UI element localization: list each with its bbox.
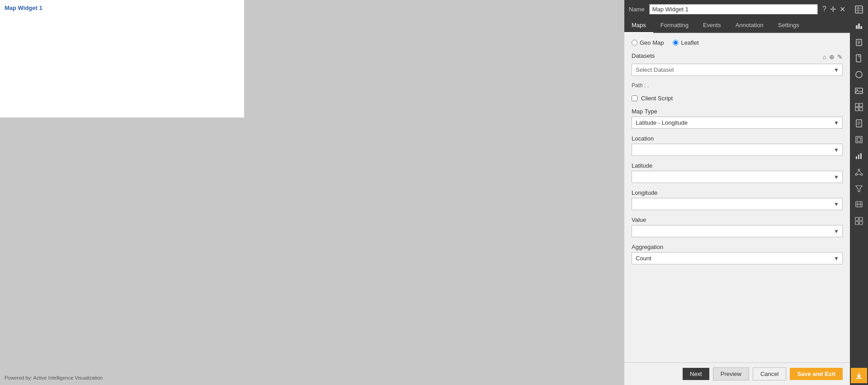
client-script-checkbox[interactable] — [632, 95, 637, 101]
panel-header-icons: ? ✛ ✕ — [822, 5, 845, 14]
map-type-label: Map Type — [632, 108, 843, 115]
svg-rect-11 — [856, 55, 861, 62]
longitude-label: Longitude — [632, 189, 843, 196]
svg-rect-27 — [860, 153, 862, 159]
svg-line-31 — [856, 171, 859, 174]
latitude-dropdown-wrap: ▼ — [632, 171, 843, 183]
widget-name-input[interactable] — [649, 4, 818, 14]
cancel-button[interactable]: Cancel — [753, 367, 786, 380]
sidebar-layers-icon[interactable] — [851, 132, 867, 147]
datasets-icons: ⌂ ⊕ ✎ — [823, 53, 843, 61]
geo-map-label: Geo Map — [640, 39, 664, 46]
longitude-select[interactable] — [632, 198, 843, 210]
datasets-header: Datasets ⌂ ⊕ ✎ — [632, 52, 843, 61]
right-sidebar — [850, 0, 868, 385]
aggregation-select[interactable]: Count Sum Average Min Max — [632, 252, 843, 264]
home-icon[interactable]: ⌂ — [823, 53, 826, 61]
svg-rect-37 — [859, 217, 863, 221]
sidebar-document-icon[interactable] — [851, 116, 867, 131]
dataset-dropdown-wrap: Select Dataset ▼ — [632, 64, 843, 76]
sidebar-page-icon[interactable] — [851, 51, 867, 66]
svg-rect-38 — [855, 221, 859, 225]
leaflet-option[interactable]: Leaflet — [673, 39, 698, 46]
svg-rect-39 — [859, 221, 863, 225]
name-label: Name — [629, 6, 645, 13]
widget-area: Map Widget 1 — [0, 0, 244, 117]
sidebar-download-icon[interactable] — [851, 368, 867, 383]
tab-maps[interactable]: Maps — [624, 18, 653, 33]
sidebar-map2-icon[interactable] — [851, 197, 867, 212]
sidebar-table-icon[interactable] — [851, 2, 867, 17]
sidebar-widgets-icon[interactable] — [851, 213, 867, 229]
value-select[interactable] — [632, 225, 843, 237]
right-panel: Name ? ✛ ✕ Maps Formatting Events Annota… — [624, 0, 850, 385]
svg-point-28 — [858, 169, 860, 171]
sidebar-network-icon[interactable] — [851, 164, 867, 180]
leaflet-radio[interactable] — [673, 40, 679, 46]
datasets-label: Datasets — [632, 52, 655, 59]
value-dropdown-wrap: ▼ — [632, 225, 843, 237]
aggregation-dropdown-wrap: Count Sum Average Min Max ▼ — [632, 252, 843, 264]
save-exit-button[interactable]: Save and Exit — [790, 368, 843, 380]
latitude-select[interactable] — [632, 171, 843, 183]
value-label: Value — [632, 216, 843, 223]
geo-map-option[interactable]: Geo Map — [632, 39, 664, 46]
help-icon[interactable]: ? — [822, 5, 826, 13]
svg-rect-26 — [858, 155, 859, 159]
preview-button[interactable]: Preview — [713, 367, 749, 380]
next-button[interactable]: Next — [683, 368, 709, 380]
edit-dataset-icon[interactable]: ✎ — [837, 53, 843, 61]
aggregation-label: Aggregation — [632, 244, 843, 250]
location-dropdown-wrap: ▼ — [632, 144, 843, 156]
svg-rect-25 — [856, 156, 857, 159]
svg-rect-13 — [855, 88, 863, 94]
map-type-select[interactable]: Latitude - Longitude GeoJSON Heat Map — [632, 117, 843, 129]
sidebar-shapes-icon[interactable] — [851, 67, 867, 82]
svg-rect-17 — [855, 108, 859, 111]
leaflet-label: Leaflet — [681, 39, 698, 46]
longitude-dropdown-wrap: ▼ — [632, 198, 843, 210]
tab-annotation[interactable]: Annotation — [728, 18, 771, 33]
svg-rect-6 — [860, 26, 862, 29]
svg-rect-18 — [859, 108, 863, 111]
location-select[interactable] — [632, 144, 843, 156]
path-value: . — [647, 82, 649, 89]
svg-rect-15 — [855, 103, 859, 107]
move-icon[interactable]: ✛ — [830, 5, 836, 14]
map-type-radio-group: Geo Map Leaflet — [632, 39, 843, 46]
svg-point-12 — [856, 71, 862, 78]
svg-point-30 — [861, 174, 863, 175]
sidebar-chart-bar-icon[interactable] — [851, 18, 867, 33]
panel-header: Name ? ✛ ✕ — [624, 0, 850, 18]
map-type-dropdown-wrap: Latitude - Longitude GeoJSON Heat Map ▼ — [632, 117, 843, 129]
svg-rect-23 — [856, 136, 862, 143]
panel-body: Geo Map Leaflet Datasets ⌂ ⊕ ✎ Select Da… — [624, 33, 850, 362]
add-dataset-icon[interactable]: ⊕ — [829, 53, 835, 61]
svg-rect-16 — [859, 103, 863, 107]
tab-formatting[interactable]: Formatting — [653, 18, 696, 33]
path-label: Path : — [632, 82, 646, 89]
sidebar-bar-chart2-icon[interactable] — [851, 148, 867, 164]
sidebar-funnel-icon[interactable] — [851, 181, 867, 196]
widget-title: Map Widget 1 — [5, 5, 42, 11]
path-row: Path : . — [632, 82, 843, 89]
geo-map-radio[interactable] — [632, 40, 637, 46]
location-label: Location — [632, 135, 843, 142]
sidebar-grid-icon[interactable] — [851, 99, 867, 115]
tab-settings[interactable]: Settings — [771, 18, 807, 33]
sidebar-image-icon[interactable] — [851, 83, 867, 99]
sidebar-clipboard-icon[interactable] — [851, 34, 867, 50]
svg-rect-24 — [857, 138, 861, 141]
client-script-row: Client Script — [632, 95, 843, 102]
svg-rect-0 — [855, 6, 863, 13]
svg-rect-5 — [858, 23, 860, 29]
svg-marker-34 — [856, 186, 862, 192]
svg-rect-36 — [855, 217, 859, 221]
tab-events[interactable]: Events — [696, 18, 728, 33]
svg-line-32 — [859, 171, 862, 174]
dataset-select[interactable]: Select Dataset — [632, 64, 843, 76]
svg-point-29 — [855, 174, 857, 175]
close-icon[interactable]: ✕ — [840, 5, 845, 14]
latitude-label: Latitude — [632, 162, 843, 169]
panel-footer: Next Preview Cancel Save and Exit — [624, 362, 850, 385]
